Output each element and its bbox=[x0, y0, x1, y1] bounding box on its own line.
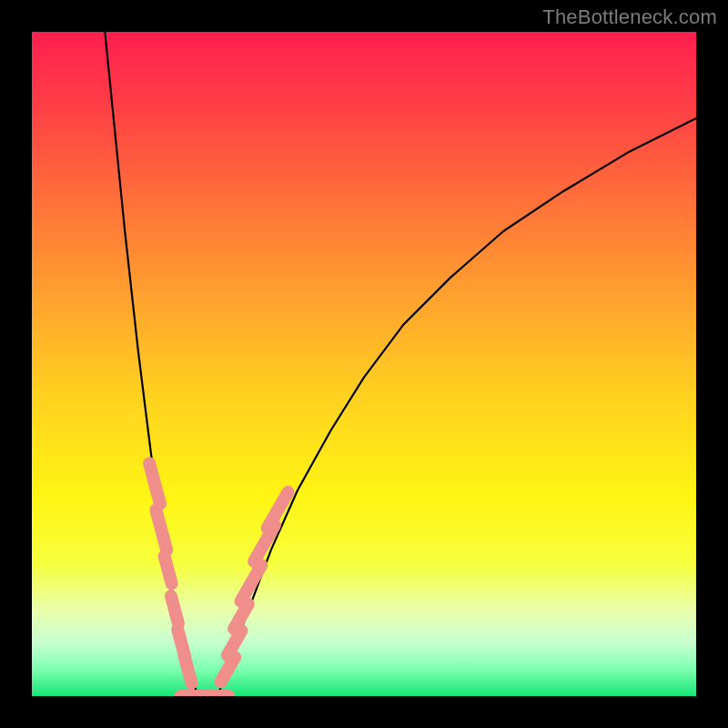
plot-area bbox=[32, 32, 696, 696]
plot-svg bbox=[32, 32, 696, 696]
watermark-text: TheBottleneck.com bbox=[542, 5, 717, 29]
chart-frame: TheBottleneck.com bbox=[0, 0, 728, 728]
curve-marker bbox=[194, 690, 235, 696]
gradient-background bbox=[32, 32, 696, 696]
